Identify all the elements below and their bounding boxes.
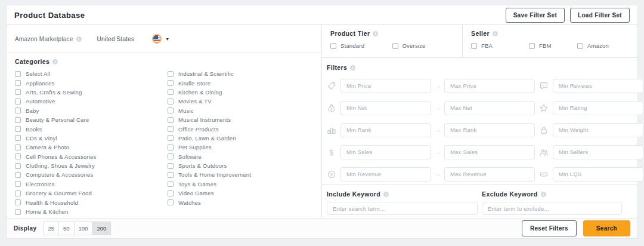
min-rating-input[interactable] [553, 101, 643, 115]
info-icon[interactable]: i [52, 59, 58, 64]
max-revenue-input[interactable] [444, 167, 535, 182]
checkbox-icon[interactable] [15, 199, 21, 205]
checkbox-icon[interactable] [168, 181, 174, 187]
category-item[interactable]: Baby [15, 106, 168, 115]
category-item[interactable]: Kindle Store [168, 78, 320, 87]
checkbox-icon[interactable] [471, 43, 477, 49]
checkbox-icon[interactable] [15, 190, 21, 196]
load-filter-set-button[interactable]: Load Filter Set [570, 8, 630, 23]
checkbox-icon[interactable] [168, 153, 174, 159]
checkbox-icon[interactable] [15, 99, 21, 104]
category-item[interactable]: Cell Phones & Accessories [15, 152, 168, 161]
search-button[interactable]: Search [583, 220, 630, 236]
checkbox-icon[interactable] [168, 172, 174, 178]
info-icon[interactable]: i [383, 192, 389, 197]
checkbox-icon[interactable] [168, 99, 174, 104]
checkbox-icon[interactable] [168, 135, 174, 141]
include-keyword-input[interactable] [327, 202, 478, 215]
category-item[interactable]: Patio, Lawn & Garden [168, 134, 320, 143]
category-item[interactable]: Video Games [168, 189, 320, 198]
category-item[interactable]: Computers & Accessories [15, 170, 168, 179]
fba-checkbox[interactable]: FBA [471, 42, 529, 49]
category-item[interactable]: Camera & Photo [15, 143, 168, 152]
fbm-checkbox[interactable]: FBM [529, 42, 577, 49]
amazon-checkbox[interactable]: Amazon [577, 42, 609, 49]
category-item[interactable]: Clothing, Shoes & Jewelry [15, 161, 168, 170]
checkbox-icon[interactable] [577, 43, 583, 49]
checkbox-icon[interactable] [168, 117, 174, 123]
category-item[interactable]: Toys & Games [168, 180, 320, 189]
checkbox-icon[interactable] [168, 144, 174, 150]
page-size-25-button[interactable]: 25 [43, 222, 59, 235]
checkbox-icon[interactable] [15, 181, 21, 187]
category-item[interactable]: Musical Instruments [168, 115, 320, 124]
category-item[interactable]: Pet Supplies [168, 143, 320, 152]
category-item[interactable]: Kitchen & Dining [168, 88, 320, 97]
min-lqs-input[interactable] [553, 167, 643, 182]
checkbox-icon[interactable] [168, 80, 174, 86]
category-item[interactable]: Industrial & Scientific [168, 69, 320, 78]
checkbox-icon[interactable] [15, 89, 21, 95]
category-item[interactable]: Watches [168, 198, 320, 207]
info-icon[interactable]: i [350, 65, 355, 70]
category-item[interactable]: Health & Household [15, 198, 168, 207]
category-item[interactable]: Movies & TV [168, 97, 320, 106]
max-sales-input[interactable] [444, 145, 535, 159]
min-net-input[interactable] [340, 101, 431, 115]
info-icon[interactable]: i [541, 192, 546, 197]
category-item[interactable]: Tools & Home Improvement [168, 170, 320, 179]
category-item[interactable]: Books [15, 124, 168, 133]
category-item[interactable]: Arts, Crafts & Sewing [15, 88, 168, 97]
checkbox-icon[interactable] [15, 117, 21, 123]
checkbox-icon[interactable] [15, 153, 21, 159]
min-revenue-input[interactable] [340, 167, 431, 182]
checkbox-icon[interactable] [15, 126, 21, 132]
category-item[interactable]: Beauty & Personal Care [15, 115, 168, 124]
checkbox-icon[interactable] [15, 144, 21, 150]
category-item[interactable]: CDs & Vinyl [15, 134, 168, 143]
min-reviews-input[interactable] [553, 79, 643, 93]
checkbox-icon[interactable] [168, 199, 174, 205]
category-item[interactable]: Appliances [15, 78, 168, 87]
checkbox-icon[interactable] [15, 71, 21, 77]
category-item[interactable]: Music [168, 106, 320, 115]
checkbox-icon[interactable] [529, 43, 535, 49]
max-net-input[interactable] [444, 101, 535, 115]
checkbox-icon[interactable] [392, 43, 398, 49]
min-rank-input[interactable] [340, 123, 431, 137]
category-item[interactable]: Office Products [168, 124, 320, 133]
info-icon[interactable]: i [373, 31, 378, 36]
exclude-keyword-input[interactable] [482, 202, 622, 215]
checkbox-icon[interactable] [15, 209, 21, 215]
category-item[interactable]: Electronics [15, 180, 168, 189]
category-item[interactable]: Sports & Outdoors [168, 161, 320, 170]
checkbox-icon[interactable] [15, 163, 21, 169]
info-icon[interactable]: i [493, 31, 498, 36]
min-price-input[interactable] [340, 79, 431, 93]
checkbox-icon[interactable] [168, 190, 174, 196]
checkbox-icon[interactable] [168, 71, 174, 77]
min-sellers-input[interactable] [553, 145, 643, 159]
page-size-50-button[interactable]: 50 [58, 222, 75, 235]
standard-checkbox[interactable]: Standard [330, 42, 392, 49]
checkbox-icon[interactable] [168, 89, 174, 95]
min-weight-input[interactable] [553, 123, 643, 137]
category-item[interactable]: Automotive [15, 97, 168, 106]
checkbox-icon[interactable] [15, 172, 21, 178]
min-sales-input[interactable] [340, 145, 431, 159]
category-item[interactable]: Home & Kitchen [15, 207, 168, 216]
checkbox-icon[interactable] [15, 135, 21, 141]
reset-filters-button[interactable]: Reset Filters [522, 220, 577, 236]
checkbox-icon[interactable] [15, 107, 21, 113]
category-item[interactable]: Grocery & Gourmet Food [15, 189, 168, 198]
category-item[interactable]: Software [168, 152, 320, 161]
checkbox-icon[interactable] [168, 163, 174, 169]
max-rank-input[interactable] [444, 123, 535, 137]
oversize-checkbox[interactable]: Oversize [392, 42, 454, 49]
page-size-100-button[interactable]: 100 [74, 222, 93, 235]
checkbox-icon[interactable] [330, 43, 336, 49]
info-icon[interactable]: i [76, 36, 82, 42]
checkbox-icon[interactable] [15, 80, 21, 86]
save-filter-set-button[interactable]: Save Filter Set [506, 8, 565, 23]
max-price-input[interactable] [444, 79, 535, 93]
